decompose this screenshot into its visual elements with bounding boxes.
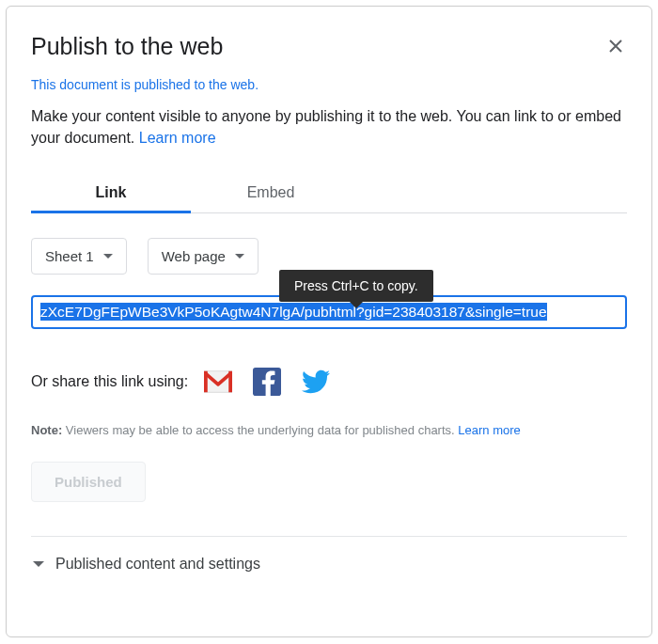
format-select[interactable]: Web page — [148, 238, 258, 275]
copy-tooltip: Press Ctrl+C to copy. — [279, 270, 433, 302]
share-label: Or share this link using: — [31, 373, 188, 390]
dialog-header: Publish to the web — [31, 29, 627, 70]
note-text: Viewers may be able to access the underl… — [62, 423, 458, 437]
chevron-down-icon — [235, 254, 244, 259]
svg-rect-2 — [228, 371, 232, 393]
published-url-value: zXcE7DgFEpWBe3VkP5oKAgtw4N7lgA/pubhtml?g… — [40, 303, 547, 321]
description-text: Make your content visible to anyone by p… — [31, 105, 627, 149]
twitter-icon — [302, 368, 330, 396]
sheet-select[interactable]: Sheet 1 — [31, 238, 127, 275]
learn-more-link[interactable]: Learn more — [139, 130, 216, 146]
format-select-value: Web page — [162, 248, 226, 264]
publish-controls: Sheet 1 Web page Press Ctrl+C to copy. — [31, 238, 627, 275]
close-icon — [609, 39, 622, 53]
published-button: Published — [31, 462, 146, 502]
note-row: Note: Viewers may be able to access the … — [31, 423, 627, 437]
svg-rect-1 — [204, 371, 208, 393]
tabs: Link Embed — [31, 177, 627, 213]
expander-label: Published content and settings — [55, 556, 260, 573]
tab-embed[interactable]: Embed — [191, 177, 351, 212]
note-prefix: Note: — [31, 423, 62, 437]
sheet-select-value: Sheet 1 — [45, 248, 94, 264]
share-twitter-button[interactable] — [301, 367, 331, 397]
description-body: Make your content visible to anyone by p… — [31, 108, 621, 146]
share-facebook-button[interactable] — [252, 367, 282, 397]
chevron-down-icon — [103, 254, 113, 259]
tab-link[interactable]: Link — [31, 177, 191, 213]
published-status-link[interactable]: This document is published to the web. — [31, 77, 258, 92]
publish-to-web-dialog: Publish to the web This document is publ… — [6, 6, 652, 637]
dialog-title: Publish to the web — [31, 33, 223, 60]
facebook-icon — [253, 368, 281, 396]
gmail-icon — [204, 368, 232, 396]
share-icons — [203, 367, 331, 397]
chevron-down-icon — [33, 561, 44, 567]
share-gmail-button[interactable] — [203, 367, 233, 397]
note-learn-more-link[interactable]: Learn more — [458, 423, 520, 437]
share-row: Or share this link using: — [31, 367, 627, 397]
published-content-settings-expander[interactable]: Published content and settings — [31, 537, 627, 595]
close-button[interactable] — [604, 35, 627, 57]
